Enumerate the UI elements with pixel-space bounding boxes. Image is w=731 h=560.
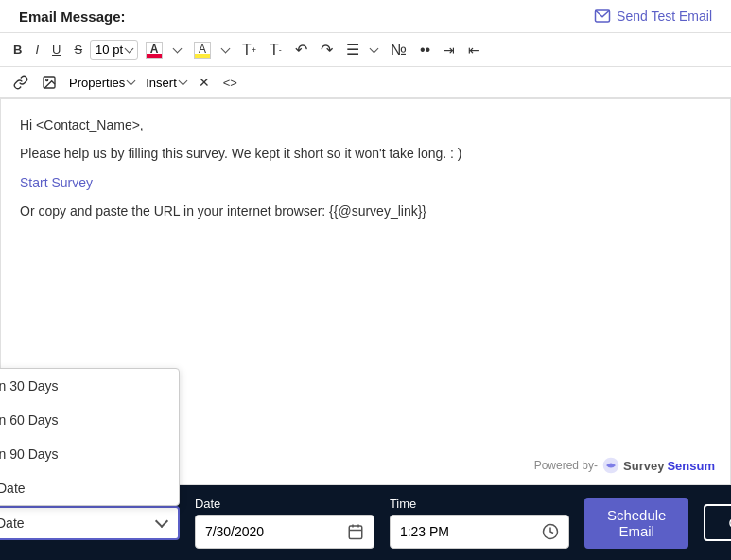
date-field: Date [195, 497, 374, 549]
font-color-dropdown[interactable] [168, 44, 186, 56]
highlight-chevron-icon [221, 44, 231, 53]
underline-button[interactable]: U [46, 39, 66, 61]
font-color-chevron-icon [173, 44, 183, 53]
font-size-select[interactable]: 10 pt [90, 40, 138, 60]
undo-button[interactable]: ↶ [289, 37, 313, 62]
editor-line1: Hi <Contact_Name>, [20, 114, 711, 135]
powered-by-label: Powered by- [534, 459, 598, 472]
svg-point-2 [46, 79, 48, 81]
properties-label: Properties [69, 76, 125, 90]
schedule-dropdown-container: Expires in 30 Days Expires in 60 Days Ex… [0, 506, 180, 540]
calendar-icon[interactable] [347, 523, 364, 540]
align-chevron-icon [369, 44, 378, 53]
dropdown-chevron-icon [155, 514, 168, 527]
date-label: Date [195, 497, 374, 511]
code-view-button[interactable]: <> [218, 72, 243, 94]
cancel-button[interactable]: Cancel [704, 504, 731, 541]
clock-icon[interactable] [542, 523, 559, 540]
properties-chevron-icon [127, 77, 136, 86]
date-input-wrapper [195, 515, 374, 549]
bold-button[interactable]: B [8, 39, 27, 61]
date-input[interactable] [205, 524, 339, 539]
surveySensum-logo: SurveySensum [601, 456, 715, 475]
powered-by: Powered by- SurveySensum [534, 456, 715, 475]
highlight-dropdown[interactable] [217, 44, 235, 56]
logo-sensum-text: Sensum [667, 459, 715, 473]
outdent-button[interactable]: ⇤ [462, 39, 485, 61]
image-icon [42, 75, 57, 90]
logo-survey-text: Survey [623, 459, 664, 473]
schedule-email-button[interactable]: Schedule Email [584, 498, 689, 549]
date-time-section: Date Time [195, 497, 569, 549]
highlight-indicator: A [194, 42, 211, 59]
email-icon [594, 8, 611, 25]
font-color-group: A [140, 38, 186, 62]
unordered-list-button[interactable]: •• [414, 38, 436, 62]
time-label: Time [390, 497, 569, 511]
align-group: ☰ [340, 37, 383, 62]
font-color-indicator: A [146, 42, 163, 59]
redo-button[interactable]: ↷ [315, 37, 339, 62]
editor-line2: Please help us by filling this survey. W… [20, 143, 711, 164]
highlight-bar [195, 54, 210, 58]
send-test-email-button[interactable]: Send Test Email [594, 8, 712, 25]
font-color-bar [147, 54, 162, 58]
start-survey-link[interactable]: Start Survey [20, 172, 711, 193]
font-color-button[interactable]: A [140, 38, 168, 62]
svg-rect-4 [349, 526, 362, 539]
dropdown-menu: Expires in 30 Days Expires in 60 Days Ex… [0, 368, 180, 506]
ordered-list-button[interactable]: № [385, 38, 412, 62]
link-button[interactable] [8, 71, 34, 94]
logo-icon [601, 456, 620, 475]
dropdown-selected-value: Custom Date [0, 516, 25, 531]
toolbar-row2: Properties Insert ✕ <> [0, 67, 731, 98]
highlight-color-group: A [188, 38, 235, 62]
link-icon [13, 75, 28, 90]
decrease-indent-button[interactable]: T- [264, 38, 287, 62]
indent-button[interactable]: ⇥ [438, 39, 461, 61]
send-test-label: Send Test Email [617, 9, 712, 24]
dropdown-item-90days[interactable]: Expires in 90 Days [0, 437, 179, 471]
highlight-button[interactable]: A [188, 38, 217, 62]
clear-format-button[interactable]: ✕ [193, 71, 216, 94]
properties-dropdown[interactable]: Properties [64, 74, 139, 92]
italic-button[interactable]: I [29, 39, 44, 61]
font-size-value: 10 pt [96, 43, 123, 57]
editor-content: Hi <Contact_Name>, Please help us by fil… [20, 114, 711, 222]
align-button[interactable]: ☰ [340, 37, 365, 62]
insert-chevron-icon [178, 77, 187, 86]
align-dropdown[interactable] [365, 44, 383, 56]
dropdown-item-60days[interactable]: Expires in 60 Days [0, 403, 179, 437]
dropdown-item-30days[interactable]: Expires in 30 Days [0, 369, 179, 403]
schedule-dropdown[interactable]: Custom Date [0, 506, 180, 540]
insert-label: Insert [146, 76, 177, 90]
strikethrough-button[interactable]: S [68, 39, 88, 61]
time-field: Time [390, 497, 569, 549]
bottom-bar: Expires in 30 Days Expires in 60 Days Ex… [0, 485, 731, 560]
time-input-wrapper [390, 515, 569, 549]
toolbar-row1: B I U S 10 pt A A [0, 33, 731, 67]
image-button[interactable] [36, 71, 62, 94]
header-title: Email Message: [19, 9, 126, 25]
editor-line3: Or copy and paste the URL in your intern… [20, 201, 711, 221]
header: Email Message: Send Test Email [0, 0, 731, 33]
font-size-chevron-icon [125, 44, 134, 53]
dropdown-item-custom[interactable]: Custom Date [0, 471, 179, 505]
time-input[interactable] [400, 524, 534, 539]
insert-dropdown[interactable]: Insert [141, 74, 191, 92]
increase-indent-button[interactable]: T+ [236, 38, 262, 62]
